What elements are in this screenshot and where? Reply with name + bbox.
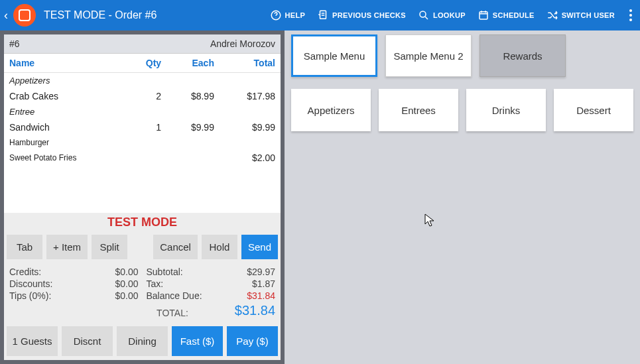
dining-button[interactable]: Dining: [117, 326, 168, 356]
category-dessert[interactable]: Dessert: [554, 89, 633, 131]
totals-section: Credits:$0.00 Discounts:$0.00 Tips (0%):…: [4, 263, 281, 322]
footer-row: 1 Guests Discnt Dining Fast ($) Pay ($): [4, 322, 281, 360]
total-value: $31.84: [235, 303, 275, 318]
section-label: Appetizers: [4, 73, 281, 89]
menu-tab-sample[interactable]: Sample Menu: [291, 34, 377, 77]
order-line[interactable]: Crab Cakes 2 $8.99 $17.98: [4, 88, 281, 104]
cancel-button[interactable]: Cancel: [153, 235, 198, 259]
page-title: TEST MODE - Order #6: [44, 9, 266, 21]
order-modifier[interactable]: Sweet Potato Fries $2.00: [4, 150, 281, 166]
schedule-button[interactable]: SCHEDULE: [478, 9, 535, 21]
menu-tab-rewards[interactable]: Rewards: [480, 34, 566, 77]
help-label: HELP: [285, 11, 306, 19]
switch-user-button[interactable]: SWITCH USER: [546, 9, 615, 21]
guests-button[interactable]: 1 Guests: [7, 326, 58, 356]
receipt-icon: [317, 9, 329, 21]
previous-checks-label: PREVIOUS CHECKS: [332, 11, 406, 19]
split-button[interactable]: Split: [92, 235, 127, 259]
add-item-button[interactable]: + Item: [46, 235, 88, 259]
order-number: #6: [9, 38, 20, 49]
balance-due-value: $31.84: [247, 290, 275, 301]
search-icon: [418, 9, 430, 21]
lookup-label: LOOKUP: [433, 11, 466, 19]
discount-button[interactable]: Discnt: [62, 326, 113, 356]
order-panel: #6 Andrei Morozov Name Qty Each Total Ap…: [0, 30, 285, 364]
col-name: Name: [4, 54, 126, 73]
server-name: Andrei Morozov: [210, 38, 275, 49]
order-line[interactable]: Sandwich 1 $9.99 $9.99: [4, 119, 281, 135]
top-actions: HELP PREVIOUS CHECKS LOOKUP SCHEDULE SWI…: [270, 7, 635, 24]
hold-button[interactable]: Hold: [202, 235, 237, 259]
help-button[interactable]: HELP: [270, 9, 306, 21]
order-modifier[interactable]: Hamburger: [4, 135, 281, 150]
section-label: Entree: [4, 104, 281, 119]
back-icon[interactable]: ‹: [3, 9, 9, 23]
test-mode-banner: TEST MODE: [4, 213, 281, 232]
svg-point-1: [275, 17, 276, 18]
category-row: Appetizers Entrees Drinks Dessert: [291, 89, 633, 131]
schedule-label: SCHEDULE: [493, 11, 535, 19]
tab-button[interactable]: Tab: [7, 235, 42, 259]
menu-tab-sample2[interactable]: Sample Menu 2: [385, 34, 472, 77]
app-logo[interactable]: [13, 4, 36, 27]
col-each: Each: [166, 54, 220, 73]
menu-panel: Sample Menu Sample Menu 2 Rewards Appeti…: [285, 30, 640, 364]
col-total: Total: [220, 54, 281, 73]
category-drinks[interactable]: Drinks: [466, 89, 546, 131]
total-label: TOTAL:: [157, 308, 188, 318]
shuffle-icon: [546, 9, 558, 21]
switch-user-label: SWITCH USER: [562, 11, 615, 19]
pay-button[interactable]: Pay ($): [227, 326, 278, 356]
help-icon: [270, 9, 282, 21]
category-appetizers[interactable]: Appetizers: [291, 89, 371, 131]
calendar-icon: [478, 9, 489, 21]
overflow-menu-icon[interactable]: [627, 7, 635, 24]
previous-checks-button[interactable]: PREVIOUS CHECKS: [317, 9, 406, 21]
send-button[interactable]: Send: [241, 235, 278, 259]
top-bar: ‹ TEST MODE - Order #6 HELP PREVIOUS CHE…: [0, 0, 640, 30]
svg-rect-4: [480, 12, 487, 19]
col-qty: Qty: [126, 54, 167, 73]
category-entrees[interactable]: Entrees: [379, 89, 458, 131]
order-header: #6 Andrei Morozov: [4, 34, 281, 54]
order-items[interactable]: Name Qty Each Total Appetizers Crab Cake…: [4, 54, 281, 213]
fast-cash-button[interactable]: Fast ($): [172, 326, 223, 356]
svg-point-3: [420, 11, 426, 17]
action-row: Tab + Item Split Cancel Hold Send: [4, 232, 281, 263]
lookup-button[interactable]: LOOKUP: [418, 9, 466, 21]
menu-tabs: Sample Menu Sample Menu 2 Rewards: [291, 34, 633, 77]
